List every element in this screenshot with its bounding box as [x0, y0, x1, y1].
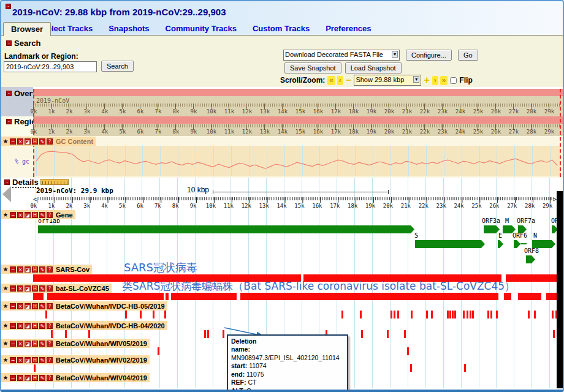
- save-icon[interactable]: H: [32, 375, 38, 381]
- edit-icon[interactable]: ✎: [39, 375, 45, 381]
- tab-snapshots[interactable]: Snapshots: [109, 24, 149, 33]
- save-icon[interactable]: H: [32, 323, 38, 329]
- collapse-region-icon[interactable]: -: [6, 119, 12, 124]
- favorite-star-icon[interactable]: ★: [2, 138, 9, 145]
- region-scalebar[interactable]: [33, 116, 564, 124]
- edit-icon[interactable]: ✎: [39, 323, 45, 329]
- help-icon[interactable]: ?: [47, 266, 53, 273]
- variant-mark[interactable]: [125, 311, 127, 318]
- favorite-star-icon[interactable]: ★: [2, 323, 9, 329]
- collapse-icon[interactable]: −: [10, 212, 16, 218]
- variant-mark[interactable]: [534, 311, 536, 318]
- close-icon[interactable]: ×: [17, 303, 23, 309]
- track-label[interactable]: GC Content: [56, 138, 93, 145]
- save-icon[interactable]: H: [32, 357, 38, 363]
- variant-mark[interactable]: [407, 347, 409, 355]
- favorite-star-icon[interactable]: ★: [2, 341, 9, 347]
- close-icon[interactable]: ×: [17, 285, 23, 292]
- collapse-icon[interactable]: −: [10, 303, 16, 309]
- edit-icon[interactable]: ✎: [39, 303, 45, 309]
- favorite-star-icon[interactable]: ★: [2, 212, 9, 218]
- collapse-icon[interactable]: −: [10, 375, 16, 381]
- edit-icon[interactable]: ✎: [39, 138, 45, 145]
- collapse-icon[interactable]: −: [10, 285, 16, 292]
- share-icon[interactable]: ◪: [25, 323, 31, 329]
- go-button[interactable]: Go: [458, 50, 478, 61]
- track-label[interactable]: Gene: [56, 211, 73, 219]
- collapse-icon[interactable]: −: [10, 323, 16, 329]
- close-icon[interactable]: ×: [17, 212, 23, 218]
- pan-left-arrow[interactable]: [2, 186, 11, 202]
- track-label[interactable]: BetaCoV/Wuhan/IVDC-HB-04/2020: [56, 322, 165, 330]
- variant-mark[interactable]: [528, 311, 530, 318]
- favorite-star-icon[interactable]: ★: [2, 303, 9, 309]
- variant-mark[interactable]: [487, 311, 489, 318]
- flip-checkbox[interactable]: [450, 77, 457, 84]
- gene-orf1ab[interactable]: [38, 225, 414, 233]
- variant-mark[interactable]: [88, 330, 90, 338]
- variant-mark[interactable]: [65, 330, 67, 338]
- variant-mark[interactable]: [452, 311, 454, 318]
- zoom-out-button[interactable]: −: [346, 76, 351, 85]
- share-icon[interactable]: ◪: [25, 285, 31, 292]
- scroll-left-button[interactable]: ‹: [337, 76, 343, 85]
- variant-mark[interactable]: [410, 364, 412, 372]
- save-icon[interactable]: H: [32, 341, 38, 347]
- scroll-far-right-button[interactable]: »: [440, 76, 448, 85]
- close-icon[interactable]: ×: [17, 323, 23, 329]
- variant-mark[interactable]: [411, 311, 413, 318]
- favorite-star-icon[interactable]: ★: [2, 285, 9, 292]
- zoom-in-button[interactable]: +: [424, 76, 429, 85]
- variant-mark[interactable]: [470, 311, 471, 318]
- track-label[interactable]: BetaCoV/Wuhan/WIV05/2019: [56, 340, 147, 347]
- collapse-search-icon[interactable]: -: [6, 40, 12, 46]
- track-label[interactable]: SARS-Cov: [56, 266, 90, 273]
- share-icon[interactable]: ◪: [25, 357, 31, 363]
- edit-icon[interactable]: ✎: [39, 341, 45, 347]
- collapse-icon[interactable]: −: [10, 138, 16, 145]
- close-icon[interactable]: ×: [17, 357, 23, 363]
- help-icon[interactable]: ?: [47, 285, 53, 292]
- track-label[interactable]: bat-SL-CoVZC45: [56, 285, 109, 292]
- variant-mark[interactable]: [472, 311, 474, 318]
- load-snapshot-button[interactable]: Load Snapshot: [345, 62, 402, 74]
- save-snapshot-button[interactable]: Save Snapshot: [284, 62, 341, 74]
- variant-mark[interactable]: [553, 330, 555, 338]
- share-icon[interactable]: ◪: [25, 212, 31, 218]
- scroll-right-button[interactable]: ›: [432, 76, 438, 85]
- share-icon[interactable]: ◪: [25, 341, 31, 347]
- variant-mark[interactable]: [463, 311, 465, 318]
- scroll-far-left-button[interactable]: «: [327, 76, 335, 85]
- feature-bar[interactable]: [33, 293, 44, 300]
- feature-bar[interactable]: [504, 293, 511, 300]
- variant-mark[interactable]: [496, 311, 498, 318]
- share-icon[interactable]: ◪: [25, 138, 31, 145]
- favorite-star-icon[interactable]: ★: [2, 266, 9, 273]
- edit-icon[interactable]: ✎: [39, 285, 45, 292]
- overview-scalebar[interactable]: [33, 89, 564, 96]
- configure-button[interactable]: Configure...: [406, 50, 452, 61]
- tab-custom-tracks[interactable]: Custom Tracks: [253, 24, 310, 33]
- help-icon[interactable]: ?: [47, 341, 53, 347]
- variant-mark[interactable]: [404, 330, 406, 338]
- show-span-select[interactable]: Show 29.88 kbp ▾: [354, 75, 421, 86]
- help-icon[interactable]: ?: [47, 212, 53, 218]
- collapse-page-icon[interactable]: -: [6, 4, 11, 9]
- variant-mark[interactable]: [34, 364, 36, 372]
- variant-mark[interactable]: [464, 364, 466, 372]
- save-icon[interactable]: H: [32, 212, 38, 218]
- variant-mark[interactable]: [341, 311, 343, 318]
- variant-mark[interactable]: [204, 330, 206, 338]
- share-icon[interactable]: ◪: [25, 303, 31, 309]
- edit-icon[interactable]: ✎: [39, 266, 45, 273]
- feature-bar[interactable]: [518, 293, 541, 300]
- save-icon[interactable]: H: [32, 303, 38, 309]
- track-label[interactable]: BetaCoV/Wuhan/WIV04/2019: [56, 374, 147, 382]
- collapse-icon[interactable]: −: [10, 357, 16, 363]
- variant-mark[interactable]: [391, 311, 392, 318]
- variant-mark[interactable]: [552, 311, 554, 318]
- variant-mark[interactable]: [207, 330, 209, 338]
- help-icon[interactable]: ?: [47, 303, 53, 309]
- variant-mark[interactable]: [45, 311, 47, 318]
- variant-mark[interactable]: [426, 311, 428, 318]
